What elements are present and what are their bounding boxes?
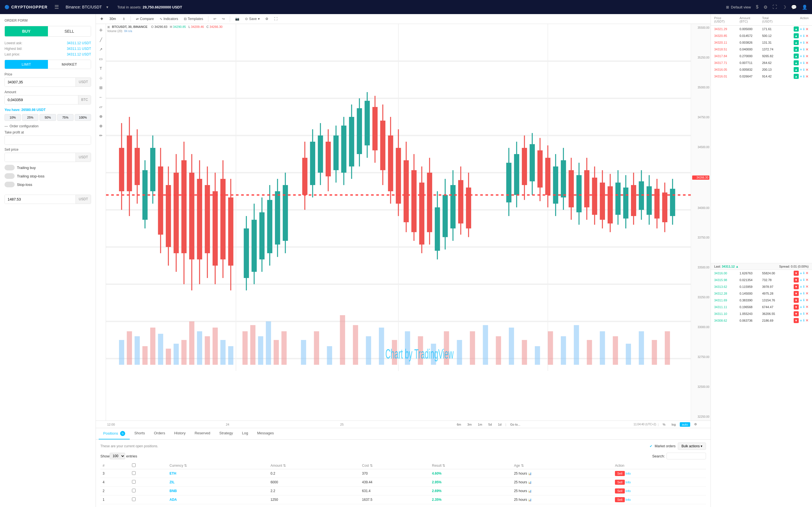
tab-shorts[interactable]: Shorts — [130, 428, 149, 439]
app-logo[interactable]: 🔵 CRYPTOHOPPER — [4, 5, 48, 9]
trading-pair[interactable]: Binance: BTC/USDT — [66, 5, 102, 9]
take-profit-input[interactable] — [5, 136, 91, 145]
ask-up-btn[interactable]: ▲ — [794, 74, 799, 79]
draw-rect-tool[interactable]: ▭ — [97, 55, 105, 63]
tf-6m[interactable]: 6m — [455, 422, 463, 427]
pos-checkbox[interactable] — [132, 471, 136, 475]
tab-positions[interactable]: Positions ↻ — [99, 428, 130, 439]
pct-10-btn[interactable]: 10% — [4, 114, 21, 121]
highest-bid-value[interactable]: 34311.11 USDT — [67, 47, 91, 51]
amount-input[interactable] — [5, 96, 78, 104]
user-icon[interactable]: 👤 — [802, 4, 808, 10]
bid-plus-btn[interactable]: + — [800, 305, 802, 309]
tab-log[interactable]: Log — [238, 428, 253, 439]
pos-sell-btn[interactable]: Sell — [615, 489, 624, 494]
pair-dropdown-icon[interactable]: ▾ — [106, 5, 108, 9]
pos-currency[interactable]: ADA — [167, 496, 268, 504]
trailing-buy-toggle[interactable] — [4, 165, 15, 170]
positions-search-input[interactable] — [666, 453, 706, 459]
price-input[interactable] — [5, 78, 75, 87]
settings-btn[interactable]: ⚙ — [264, 16, 270, 22]
pos-checkbox[interactable] — [132, 489, 136, 492]
pct-100-btn[interactable]: 100% — [75, 114, 91, 121]
bulk-actions-btn[interactable]: Bulk actions ▾ — [678, 443, 706, 450]
bid-x-btn[interactable]: ✕ — [806, 318, 809, 323]
pct-75-btn[interactable]: 75% — [57, 114, 73, 121]
ask-up-btn[interactable]: ▲ — [794, 40, 799, 45]
ask-plus-btn[interactable]: + — [800, 61, 802, 65]
bid-x-btn[interactable]: ✕ — [806, 298, 809, 302]
bid-info-btn[interactable]: ℹ — [803, 271, 804, 275]
hamburger-menu[interactable]: ☰ — [54, 4, 59, 10]
crosshair-tool[interactable]: ✛ — [97, 26, 105, 34]
bid-down-btn[interactable]: ▼ — [794, 277, 799, 283]
lowest-ask-value[interactable]: 34311.12 USDT — [67, 41, 91, 45]
bid-plus-btn[interactable]: + — [800, 318, 802, 323]
bid-down-btn[interactable]: ▼ — [794, 291, 799, 296]
bid-info-btn[interactable]: ℹ — [803, 285, 804, 288]
bid-plus-btn[interactable]: + — [800, 291, 802, 296]
tab-messages[interactable]: Messages — [253, 428, 278, 439]
bid-down-btn[interactable]: ▼ — [794, 271, 799, 276]
select-all-checkbox[interactable] — [132, 463, 136, 467]
chart-settings-gear[interactable]: ⚙ — [692, 422, 699, 427]
ask-up-btn[interactable]: ▲ — [794, 33, 799, 38]
pos-info-btn[interactable]: Info — [626, 472, 631, 475]
bid-x-btn[interactable]: ✕ — [806, 284, 809, 289]
draw-arrow-tool[interactable]: ↗ — [97, 45, 105, 53]
pct-50-btn[interactable]: 50% — [40, 114, 56, 121]
pos-checkbox[interactable] — [132, 480, 136, 484]
pos-currency[interactable]: BNB — [167, 487, 268, 496]
trailing-stoploss-toggle[interactable] — [4, 173, 15, 179]
bid-plus-btn[interactable]: + — [800, 284, 802, 289]
ask-x-btn[interactable]: ✕ — [806, 74, 809, 78]
tab-history[interactable]: History — [170, 428, 190, 439]
col-cost[interactable]: Cost ⇅ — [360, 462, 430, 469]
ask-info-btn[interactable]: ℹ — [803, 48, 804, 51]
col-age[interactable]: Age ⇅ — [512, 462, 613, 469]
ask-info-btn[interactable]: ℹ — [803, 75, 804, 78]
chat-icon[interactable]: 💬 — [791, 4, 797, 10]
pos-currency[interactable]: ZIL — [167, 478, 268, 487]
ask-info-btn[interactable]: ℹ — [803, 41, 804, 45]
ask-x-btn[interactable]: ✕ — [806, 54, 809, 58]
magnet-tool[interactable]: ⊗ — [97, 122, 105, 130]
bid-info-btn[interactable]: ℹ — [803, 319, 804, 322]
pos-sell-btn[interactable]: Sell — [615, 471, 624, 476]
ask-up-btn[interactable]: ▲ — [794, 47, 799, 52]
tab-orders[interactable]: Orders — [149, 428, 170, 439]
sell-button[interactable]: SELL — [48, 26, 91, 36]
col-currency[interactable]: Currency ⇅ — [167, 462, 268, 469]
ask-info-btn[interactable]: ℹ — [803, 27, 804, 31]
ask-info-btn[interactable]: ℹ — [803, 34, 804, 38]
bid-info-btn[interactable]: ℹ — [803, 278, 804, 282]
col-result[interactable]: Result ⇅ — [430, 462, 512, 469]
pos-info-btn[interactable]: Info — [626, 489, 631, 493]
sell-price-input[interactable] — [5, 153, 75, 162]
theme-icon[interactable]: ☽ — [782, 4, 786, 10]
bid-info-btn[interactable]: ℹ — [803, 312, 804, 316]
gann-tool[interactable]: ⊞ — [97, 83, 105, 92]
bid-x-btn[interactable]: ✕ — [806, 291, 809, 295]
zoom-tool[interactable]: ⊕ — [97, 112, 105, 120]
ask-up-btn[interactable]: ▲ — [794, 54, 799, 59]
buy-button[interactable]: BUY — [5, 26, 48, 36]
pos-info-btn[interactable]: Info — [626, 498, 631, 501]
pos-info-btn[interactable]: Info — [626, 481, 631, 484]
back-btn[interactable]: ← — [97, 93, 105, 101]
bid-down-btn[interactable]: ▼ — [794, 284, 799, 289]
pos-currency[interactable]: ETH — [167, 469, 268, 478]
goto-btn[interactable]: Go to... — [508, 422, 522, 427]
ask-plus-btn[interactable]: + — [800, 67, 802, 72]
ask-plus-btn[interactable]: + — [800, 54, 802, 58]
stoploss-toggle[interactable] — [4, 182, 15, 187]
text-tool[interactable]: T — [97, 64, 105, 72]
undo-btn[interactable]: ↩ — [212, 16, 218, 22]
screenshot-btn[interactable]: 📷 — [234, 16, 241, 22]
bid-x-btn[interactable]: ✕ — [806, 278, 809, 282]
pos-checkbox[interactable] — [132, 497, 136, 501]
bid-down-btn[interactable]: ▼ — [794, 304, 799, 309]
bid-x-btn[interactable]: ✕ — [806, 271, 809, 275]
tf-1d[interactable]: 1d — [496, 422, 504, 427]
ask-up-btn[interactable]: ▲ — [794, 60, 799, 65]
